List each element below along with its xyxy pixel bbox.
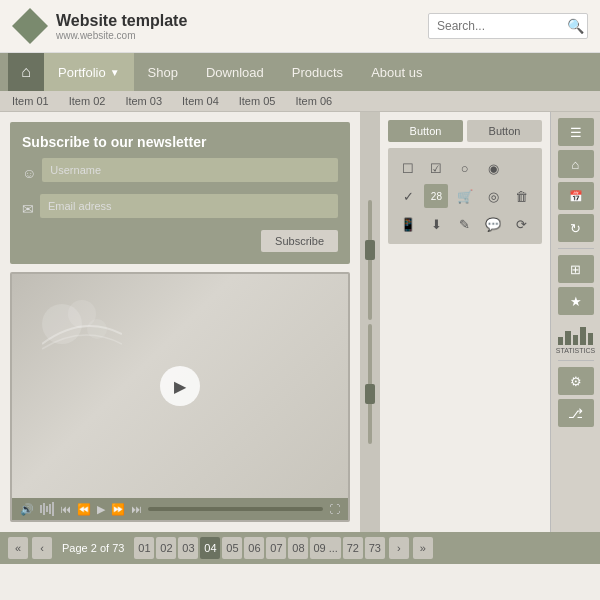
- sub-nav-item-6[interactable]: Item 06: [295, 95, 332, 107]
- logo-text: Website template www.website.com: [56, 12, 187, 41]
- nav-item-download[interactable]: Download: [192, 53, 278, 91]
- sub-nav: Item 01 Item 02 Item 03 Item 04 Item 05 …: [0, 91, 600, 112]
- sub-nav-item-3[interactable]: Item 03: [125, 95, 162, 107]
- sidebar-star-button[interactable]: ★: [558, 287, 594, 315]
- skip-back-icon[interactable]: ⏮: [60, 503, 71, 515]
- email-input[interactable]: [40, 194, 338, 218]
- search-input[interactable]: [437, 19, 567, 33]
- video-player: ▶ 🔊 ⏮ ⏪ ▶ ⏩ ⏭ ⛶: [10, 272, 350, 522]
- play-button[interactable]: ▶: [160, 366, 200, 406]
- compass-icon[interactable]: ◎: [481, 184, 505, 208]
- sliders-area: [360, 112, 380, 532]
- nav-item-about[interactable]: About us: [357, 53, 436, 91]
- user-icon: ☺: [22, 165, 36, 181]
- sub-nav-item-4[interactable]: Item 04: [182, 95, 219, 107]
- video-controls: 🔊 ⏮ ⏪ ▶ ⏩ ⏭ ⛶: [12, 498, 348, 520]
- page-01[interactable]: 01: [134, 537, 154, 559]
- page-06[interactable]: 06: [244, 537, 264, 559]
- logo-icon: [12, 8, 48, 44]
- page-07[interactable]: 07: [266, 537, 286, 559]
- page-02[interactable]: 02: [156, 537, 176, 559]
- header: Website template www.website.com 🔍: [0, 0, 600, 53]
- sidebar-divider-2: [558, 360, 594, 361]
- sidebar-gear-button[interactable]: ⚙: [558, 367, 594, 395]
- pencil-icon[interactable]: ✎: [453, 212, 477, 236]
- sidebar-divider-1: [558, 248, 594, 249]
- page-03[interactable]: 03: [178, 537, 198, 559]
- right-sidebar: ☰ ⌂ 📅 ↻ ⊞ ★ STATISTICS ⚙ ⎇: [550, 112, 600, 532]
- fast-forward-icon[interactable]: ⏩: [111, 503, 125, 516]
- page-04[interactable]: 04: [200, 537, 220, 559]
- subscribe-button[interactable]: Subscribe: [261, 230, 338, 252]
- checkbox-checked-icon[interactable]: ☑: [424, 156, 448, 180]
- sidebar-refresh-button[interactable]: ↻: [558, 214, 594, 242]
- nav-home-button[interactable]: ⌂: [8, 53, 44, 91]
- nav-item-shop[interactable]: Shop: [134, 53, 192, 91]
- page-05[interactable]: 05: [222, 537, 242, 559]
- next-page-button[interactable]: ›: [389, 537, 409, 559]
- video-decoration: [42, 294, 122, 354]
- username-input[interactable]: [42, 158, 338, 182]
- primary-button[interactable]: Button: [388, 120, 463, 142]
- fullscreen-icon[interactable]: ⛶: [329, 503, 340, 515]
- pagination-bar: « ‹ Page 2 of 73 01 02 03 04 05 06 07 08…: [0, 532, 600, 564]
- volume-icon[interactable]: 🔊: [20, 503, 34, 516]
- email-row: ✉: [22, 194, 338, 224]
- sidebar-home-button[interactable]: ⌂: [558, 150, 594, 178]
- username-row: ☺: [22, 158, 338, 188]
- skip-forward-icon[interactable]: ⏭: [131, 503, 142, 515]
- radio-empty-icon[interactable]: ○: [453, 156, 477, 180]
- page-08[interactable]: 08: [288, 537, 308, 559]
- progress-bar[interactable]: [148, 507, 323, 511]
- dropdown-arrow-icon: ▼: [110, 67, 120, 78]
- page-73[interactable]: 73: [365, 537, 385, 559]
- sub-nav-item-5[interactable]: Item 05: [239, 95, 276, 107]
- nav-item-portfolio[interactable]: Portfolio ▼: [44, 53, 134, 91]
- play-control-icon[interactable]: ▶: [97, 503, 105, 516]
- trash-icon[interactable]: 🗑: [510, 184, 534, 208]
- prev-page-button[interactable]: ‹: [32, 537, 52, 559]
- search-box[interactable]: 🔍: [428, 13, 588, 39]
- check-icon[interactable]: ✓: [396, 184, 420, 208]
- first-page-button[interactable]: «: [8, 537, 28, 559]
- page-numbers: 01 02 03 04 05 06 07 08 09 ... 72 73: [134, 537, 384, 559]
- search-icon: 🔍: [567, 18, 584, 34]
- email-icon: ✉: [22, 201, 34, 217]
- icon-grid: ☐ ☑ ○ ◉ ✓ 28 🛒 ◎ 🗑 📱 ⬇ ✎ 💬 ⟳: [388, 148, 542, 244]
- newsletter-widget: Subscribe to our newsletter ☺ ✉ Subscrib…: [10, 122, 350, 264]
- slider-2[interactable]: [368, 324, 372, 444]
- sidebar-grid-button[interactable]: ⊞: [558, 255, 594, 283]
- bar-chart-icon: [557, 319, 593, 347]
- stats-button[interactable]: STATISTICS: [556, 319, 595, 354]
- sidebar-menu-button[interactable]: ☰: [558, 118, 594, 146]
- slider-1[interactable]: [368, 200, 372, 320]
- cart-icon[interactable]: 🛒: [453, 184, 477, 208]
- secondary-button[interactable]: Button: [467, 120, 542, 142]
- site-url: www.website.com: [56, 30, 187, 41]
- mobile-icon[interactable]: 📱: [396, 212, 420, 236]
- site-title: Website template: [56, 12, 187, 30]
- page-09[interactable]: 09 ...: [310, 537, 340, 559]
- radio-filled-icon[interactable]: ◉: [481, 156, 505, 180]
- checkbox-empty-icon[interactable]: ☐: [396, 156, 420, 180]
- sidebar-calendar-button[interactable]: 📅: [558, 182, 594, 210]
- stats-label: STATISTICS: [556, 347, 595, 354]
- sub-nav-item-1[interactable]: Item 01: [12, 95, 49, 107]
- download-icon[interactable]: ⬇: [424, 212, 448, 236]
- button-row: Button Button: [388, 120, 542, 142]
- slider-thumb-1[interactable]: [365, 240, 375, 260]
- nav-item-products[interactable]: Products: [278, 53, 357, 91]
- last-page-button[interactable]: »: [413, 537, 433, 559]
- page-72[interactable]: 72: [343, 537, 363, 559]
- rewind-icon[interactable]: ⏪: [77, 503, 91, 516]
- slider-thumb-2[interactable]: [365, 384, 375, 404]
- chat-icon[interactable]: 💬: [481, 212, 505, 236]
- middle-panel: Button Button ☐ ☑ ○ ◉ ✓ 28 🛒 ◎ 🗑 📱 ⬇ ✎ 💬…: [380, 112, 550, 532]
- left-content: Subscribe to our newsletter ☺ ✉ Subscrib…: [0, 112, 360, 532]
- reload-icon[interactable]: ⟳: [510, 212, 534, 236]
- page-info: Page 2 of 73: [56, 542, 130, 554]
- nav-bar: ⌂ Portfolio ▼ Shop Download Products Abo…: [0, 53, 600, 91]
- calendar-icon[interactable]: 28: [424, 184, 448, 208]
- sub-nav-item-2[interactable]: Item 02: [69, 95, 106, 107]
- sidebar-share-button[interactable]: ⎇: [558, 399, 594, 427]
